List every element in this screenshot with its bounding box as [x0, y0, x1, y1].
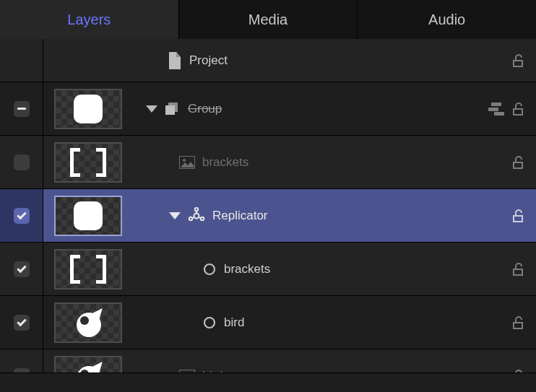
layer-row-rep-bird[interactable]: bird	[0, 296, 536, 349]
visibility-checkbox[interactable]	[14, 154, 30, 170]
layer-row-replicator[interactable]: Replicator	[0, 189, 536, 243]
project-label: Project	[189, 53, 228, 68]
thumbnail[interactable]	[54, 302, 122, 343]
tab-media[interactable]: Media	[179, 0, 358, 39]
tab-bar: Layers Media Audio	[0, 0, 536, 39]
thumbnail-cell	[43, 296, 133, 349]
brackets-label: brackets	[202, 155, 248, 170]
thumbnail[interactable]	[54, 196, 122, 236]
thumbnail-cell	[43, 189, 133, 242]
group-label: Group	[188, 102, 222, 116]
thumbnail[interactable]	[54, 249, 122, 289]
rep-brackets-label: brackets	[224, 262, 270, 276]
lock-icon[interactable]	[510, 208, 526, 224]
svg-point-15	[204, 318, 215, 328]
group-stack-icon	[165, 102, 181, 116]
isolate-icon[interactable]	[488, 103, 504, 116]
tab-layers[interactable]: Layers	[0, 0, 179, 39]
layers-panel: { "tabs": { "layers": "Layers", "media":…	[0, 0, 536, 392]
visibility-checkbox[interactable]	[14, 208, 30, 224]
svg-point-6	[183, 159, 186, 162]
svg-line-12	[199, 217, 201, 217]
svg-rect-3	[488, 108, 498, 111]
cell-icon	[202, 262, 217, 276]
visibility-cell	[0, 136, 43, 188]
visibility-checkbox[interactable]	[14, 261, 30, 277]
replicator-label: Replicator	[212, 209, 268, 223]
cell-icon	[202, 315, 217, 330]
svg-point-8	[195, 207, 198, 210]
panel-footer	[0, 373, 536, 392]
layer-row-brackets[interactable]: brackets	[0, 136, 536, 189]
svg-point-10	[189, 217, 192, 219]
thumbnail-cell	[43, 243, 133, 295]
disclosure-triangle[interactable]	[146, 105, 157, 113]
tab-layers-label: Layers	[67, 12, 111, 28]
lock-icon[interactable]	[510, 315, 526, 331]
image-icon	[179, 156, 195, 169]
visibility-checkbox[interactable]	[14, 315, 30, 331]
visibility-mixed[interactable]	[14, 101, 30, 117]
svg-point-14	[204, 264, 215, 274]
visibility-cell	[0, 39, 43, 82]
svg-point-9	[201, 217, 204, 219]
svg-rect-2	[491, 103, 501, 106]
rep-bird-label: bird	[224, 315, 244, 330]
tab-audio-label: Audio	[428, 12, 465, 28]
visibility-cell	[0, 296, 43, 349]
disclosure-triangle[interactable]	[169, 212, 181, 219]
layer-row-project[interactable]: Project	[0, 39, 536, 82]
checkmark-icon	[17, 316, 26, 326]
visibility-cell	[0, 189, 43, 242]
thumbnail-cell	[43, 39, 133, 82]
lock-icon[interactable]	[510, 154, 526, 170]
svg-line-13	[192, 217, 194, 217]
tab-audio[interactable]: Audio	[358, 0, 536, 39]
file-icon	[168, 52, 182, 69]
layer-row-group[interactable]: Group	[0, 82, 536, 136]
thumbnail-cell	[43, 136, 133, 188]
replicator-icon	[188, 207, 205, 225]
layer-row-rep-brackets[interactable]: brackets	[0, 243, 536, 296]
svg-point-7	[194, 213, 199, 218]
lock-icon[interactable]	[510, 261, 526, 277]
visibility-cell	[0, 82, 43, 135]
thumbnail-cell	[43, 82, 133, 135]
tab-media-label: Media	[248, 12, 288, 28]
thumbnail[interactable]	[54, 142, 122, 183]
thumbnail[interactable]	[54, 89, 122, 129]
svg-rect-1	[165, 105, 175, 115]
dash-icon	[17, 108, 26, 110]
lock-icon[interactable]	[510, 53, 526, 69]
lock-icon[interactable]	[510, 101, 526, 117]
svg-rect-4	[494, 112, 504, 116]
checkmark-icon	[17, 263, 26, 272]
visibility-cell	[0, 243, 43, 295]
checkmark-icon	[17, 209, 26, 219]
